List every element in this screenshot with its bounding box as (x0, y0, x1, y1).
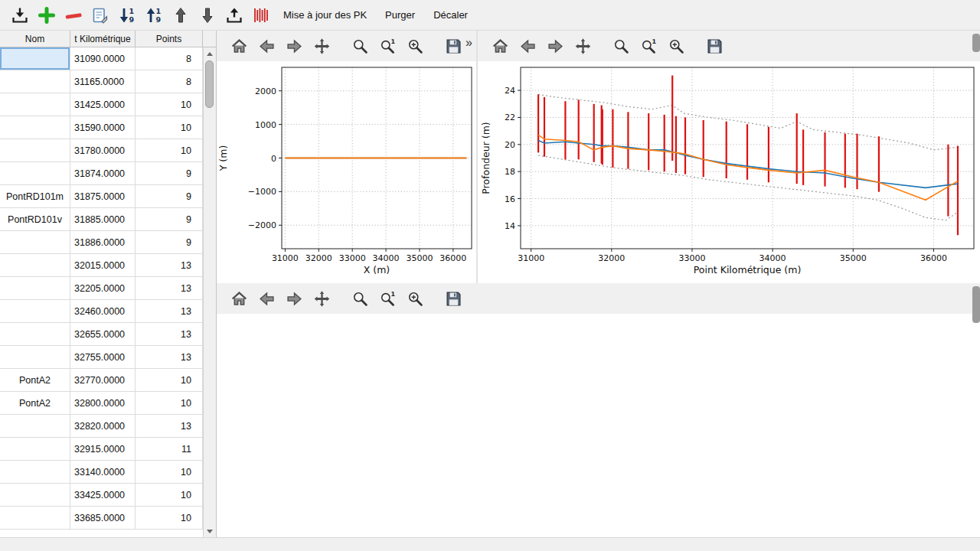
cell-nom[interactable] (0, 47, 70, 70)
cell-points[interactable]: 13 (136, 300, 203, 323)
cell-point-kilometrique[interactable]: 31885.0000 (70, 208, 136, 231)
cell-nom[interactable] (0, 277, 70, 300)
cell-point-kilometrique[interactable]: 32755.0000 (70, 346, 136, 369)
cell-nom[interactable] (0, 438, 70, 461)
cell-point-kilometrique[interactable]: 31090.0000 (70, 47, 136, 70)
cell-nom[interactable] (0, 346, 70, 369)
add-button[interactable] (34, 3, 58, 27)
save-button[interactable] (442, 34, 466, 58)
pan-button[interactable] (571, 34, 595, 58)
right-panel-scrollbar-thumb[interactable] (972, 34, 980, 52)
column-header-points[interactable]: Points (136, 31, 203, 47)
cell-nom[interactable]: PontRD101v (0, 208, 70, 231)
cell-points[interactable]: 13 (136, 323, 203, 346)
zoom-button[interactable] (348, 287, 372, 311)
cell-points[interactable]: 10 (136, 139, 203, 162)
profile-plot-canvas[interactable]: 3100032000330003400035000360001416182022… (478, 61, 980, 283)
cell-points[interactable]: 13 (136, 254, 203, 277)
zoom-button[interactable] (348, 34, 372, 58)
cell-nom[interactable]: PontA2 (0, 369, 70, 392)
cell-points[interactable]: 10 (136, 369, 203, 392)
forward-button[interactable] (544, 34, 567, 58)
cell-points[interactable]: 9 (136, 185, 203, 208)
cell-points[interactable]: 10 (136, 93, 203, 116)
cell-points[interactable]: 9 (136, 208, 203, 231)
update-pk-button[interactable]: Mise à jour des PK (276, 4, 374, 27)
cell-points[interactable]: 13 (136, 346, 203, 369)
cell-point-kilometrique[interactable]: 32800.0000 (70, 392, 136, 415)
cell-point-kilometrique[interactable]: 31425.0000 (70, 93, 136, 116)
zoom-one-button[interactable]: 1 (376, 34, 400, 58)
cell-nom[interactable] (0, 162, 70, 185)
move-up-button[interactable] (168, 3, 192, 27)
cell-point-kilometrique[interactable]: 31590.0000 (70, 116, 136, 139)
cell-point-kilometrique[interactable]: 31165.0000 (70, 70, 136, 93)
cell-points[interactable]: 10 (136, 116, 203, 139)
cell-nom[interactable] (0, 254, 70, 277)
zoom-rect-button[interactable] (403, 34, 427, 58)
bottom-panel-scrollbar-thumb[interactable] (972, 286, 980, 323)
toolbar-overflow-button[interactable]: » (466, 36, 472, 50)
sort-ascending-button[interactable]: 19 (115, 3, 139, 27)
cell-point-kilometrique[interactable]: 31875.0000 (70, 185, 136, 208)
cell-nom[interactable] (0, 70, 70, 93)
cell-point-kilometrique[interactable]: 32205.0000 (70, 277, 136, 300)
cell-points[interactable]: 8 (136, 47, 203, 70)
zoom-rect-button[interactable] (403, 287, 427, 311)
cell-nom[interactable] (0, 461, 70, 484)
cell-nom[interactable]: PontRD101m (0, 185, 70, 208)
cell-points[interactable]: 13 (136, 415, 203, 438)
cell-nom[interactable] (0, 139, 70, 162)
cell-points[interactable]: 13 (136, 277, 203, 300)
zoom-one-button[interactable]: 1 (376, 287, 400, 311)
cell-point-kilometrique[interactable]: 32770.0000 (70, 369, 136, 392)
save-button[interactable] (442, 287, 466, 311)
save-button[interactable] (703, 34, 727, 58)
cell-points[interactable]: 8 (136, 70, 203, 93)
pan-button[interactable] (310, 34, 334, 58)
cell-nom[interactable] (0, 116, 70, 139)
cell-points[interactable]: 9 (136, 231, 203, 254)
sort-descending-button[interactable]: 19 (142, 3, 165, 27)
cell-points[interactable]: 11 (136, 438, 203, 461)
cell-nom[interactable]: PontA2 (0, 392, 70, 415)
cell-nom[interactable] (0, 507, 70, 530)
cell-point-kilometrique[interactable]: 31780.0000 (70, 139, 136, 162)
shift-button[interactable]: Décaler (426, 4, 475, 27)
profiles-button[interactable] (249, 3, 273, 27)
purge-button[interactable]: Purger (377, 4, 423, 27)
cell-points[interactable]: 9 (136, 162, 203, 185)
move-down-button[interactable] (195, 3, 219, 27)
export-button[interactable] (222, 3, 246, 27)
cell-point-kilometrique[interactable]: 33425.0000 (70, 484, 136, 507)
edit-form-button[interactable] (88, 3, 112, 27)
cell-points[interactable]: 10 (136, 461, 203, 484)
home-button[interactable] (488, 34, 512, 58)
pan-button[interactable] (310, 287, 334, 311)
table-scrollbar[interactable] (203, 47, 216, 537)
cell-points[interactable]: 10 (136, 392, 203, 415)
cell-point-kilometrique[interactable]: 32655.0000 (70, 323, 136, 346)
cell-nom[interactable] (0, 415, 70, 438)
scrollbar-thumb[interactable] (205, 60, 214, 108)
import-button[interactable] (8, 3, 31, 27)
forward-button[interactable] (283, 287, 306, 311)
forward-button[interactable] (283, 34, 306, 58)
cell-nom[interactable] (0, 300, 70, 323)
cell-nom[interactable] (0, 484, 70, 507)
back-button[interactable] (255, 287, 279, 311)
remove-button[interactable] (61, 3, 85, 27)
back-button[interactable] (516, 34, 540, 58)
cell-point-kilometrique[interactable]: 32820.0000 (70, 415, 136, 438)
cell-nom[interactable] (0, 323, 70, 346)
zoom-one-button[interactable]: 1 (637, 34, 661, 58)
cell-point-kilometrique[interactable]: 33685.0000 (70, 507, 136, 530)
home-button[interactable] (227, 287, 251, 311)
xy-plot-canvas[interactable]: 310003200033000340003500036000−2000−1000… (217, 61, 476, 283)
zoom-rect-button[interactable] (665, 34, 688, 58)
cell-points[interactable]: 10 (136, 484, 203, 507)
back-button[interactable] (255, 34, 279, 58)
zoom-button[interactable] (609, 34, 633, 58)
cell-point-kilometrique[interactable]: 32915.0000 (70, 438, 136, 461)
cell-point-kilometrique[interactable]: 31874.0000 (70, 162, 136, 185)
